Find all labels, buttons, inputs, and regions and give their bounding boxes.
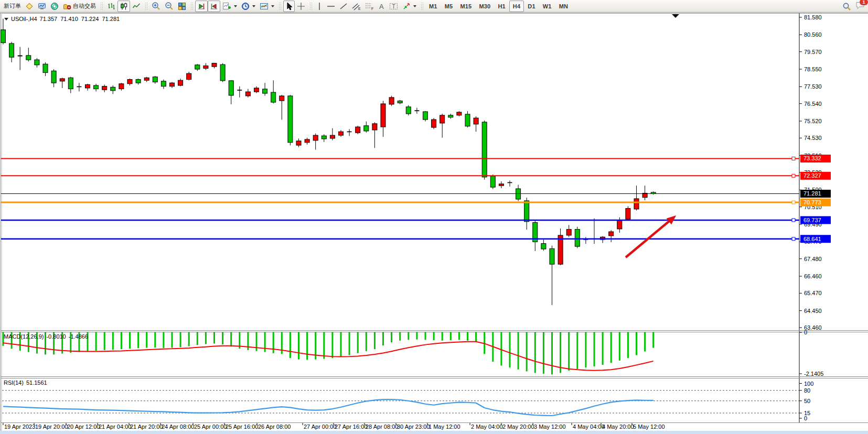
candle-body (305, 139, 309, 143)
cursor-tool-button[interactable] (283, 1, 295, 12)
timeframe-button-h1[interactable]: H1 (494, 1, 509, 12)
trendline-tool-button[interactable] (337, 1, 350, 12)
toolbar-separator (421, 2, 423, 10)
channel-tool-button[interactable]: E (350, 1, 363, 12)
time-tick-label[interactable]: 27 Apr 00:00 (304, 424, 336, 430)
zoom-in-button[interactable] (149, 1, 163, 12)
candle-body (448, 115, 453, 117)
auto-scroll-button[interactable] (195, 1, 208, 12)
text-label-icon: T (389, 2, 398, 10)
indicators-button[interactable] (220, 1, 239, 12)
time-tick-label[interactable]: 30 Apr 23:00 (397, 424, 430, 430)
time-tick-label[interactable]: 21 Apr 20:00 (130, 424, 163, 430)
line-chart-mode-button[interactable] (130, 1, 143, 12)
time-tick-label[interactable]: 2 May 20:00 (502, 424, 534, 430)
candlestick-mode-button[interactable] (117, 1, 130, 12)
notifications-button[interactable]: 1 (855, 1, 865, 12)
market-window-button[interactable] (36, 1, 48, 12)
vertical-line-tool-button[interactable] (314, 1, 325, 12)
open-value: 71.357 (40, 16, 58, 22)
new-order-button[interactable]: 新订单 (2, 1, 23, 12)
candle-body (516, 189, 521, 199)
candle-body (389, 97, 394, 104)
time-tick-label[interactable]: 27 Apr 16:00 (335, 424, 367, 430)
timeframe-button-w1[interactable]: W1 (539, 1, 555, 12)
time-tick-label[interactable]: 1 May 12:00 (428, 424, 460, 430)
autotrading-button[interactable]: 自动交易 (61, 1, 98, 12)
candle-body (423, 112, 428, 120)
candle-body (617, 220, 622, 229)
line-handle[interactable] (792, 174, 795, 177)
line-handle[interactable] (792, 237, 795, 241)
label-tool-button[interactable]: T (387, 1, 400, 12)
timeframe-button-h4[interactable]: H4 (509, 1, 524, 12)
time-tick-label[interactable]: 4 May 20:00 (602, 424, 634, 430)
time-tick-label[interactable]: 4 May 04:00 (573, 424, 605, 430)
candle-body (85, 84, 90, 88)
signals-button[interactable] (48, 1, 61, 12)
candle-body (465, 114, 470, 126)
toolbar-right-group: 1 (842, 1, 865, 12)
zoom-out-button[interactable] (163, 1, 176, 12)
text-tool-button[interactable]: A (376, 1, 387, 12)
time-tick-label[interactable]: 2 May 04:00 (471, 424, 503, 430)
doji-body (18, 56, 23, 57)
time-tick-label[interactable]: 20 Apr 12:00 (67, 424, 100, 430)
timeframe-button-mn[interactable]: MN (555, 1, 572, 12)
line-handle[interactable] (792, 201, 795, 204)
svg-text:E: E (358, 7, 361, 10)
tile-windows-button[interactable] (176, 1, 188, 12)
toolbar-separator (190, 2, 193, 10)
candle-body (187, 73, 191, 79)
candle-body (339, 132, 344, 135)
timeframe-button-m30[interactable]: M30 (475, 1, 494, 12)
candle-body (524, 201, 529, 222)
templates-button[interactable] (258, 1, 276, 12)
timeframe-button-m15[interactable]: M15 (456, 1, 475, 12)
time-tick-label[interactable]: 5 May 12:00 (633, 424, 665, 430)
candle-body (271, 92, 276, 102)
timeframe-button-d1[interactable]: D1 (524, 1, 539, 12)
timeframe-button-m1[interactable]: M1 (425, 1, 441, 12)
candle-body (68, 78, 73, 89)
arrows-tool-button[interactable] (400, 1, 419, 12)
line-chart-icon (132, 2, 141, 10)
candle-body (482, 122, 487, 177)
timeframe-button-m5[interactable]: M5 (441, 1, 457, 12)
candle-body (566, 229, 571, 235)
time-tick-label[interactable]: 26 Apr 08:00 (258, 424, 291, 430)
chart-canvas[interactable]: 81.58080.56079.57078.55077.53076.54075.5… (0, 0, 868, 434)
chart-shift-button[interactable] (208, 1, 220, 12)
time-tick-label[interactable]: 28 Apr 08:00 (366, 424, 398, 430)
doji-body (237, 90, 242, 91)
candle-body (35, 60, 39, 65)
crosshair-tool-button[interactable] (295, 1, 307, 12)
time-axis: 19 Apr 202319 Apr 20:0020 Apr 12:0021 Ap… (3, 423, 665, 430)
time-tick-label[interactable]: 21 Apr 04:00 (99, 424, 131, 430)
arrow-objects-icon (402, 2, 411, 10)
rsi-tick-label: 80 (804, 387, 810, 394)
bar-chart-mode-button[interactable] (105, 1, 117, 12)
time-tick-label[interactable]: 24 Apr 08:00 (162, 424, 194, 430)
line-handle[interactable] (792, 157, 795, 160)
time-tick-label[interactable]: 19 Apr 20:00 (35, 424, 68, 430)
time-tick-label[interactable]: 3 May 12:00 (534, 424, 566, 430)
candle-body (153, 77, 157, 82)
horizontal-line-tool-button[interactable] (325, 1, 337, 12)
notification-badge: 1 (860, 0, 868, 5)
search-icon[interactable] (842, 2, 851, 11)
timeframes-menu-button[interactable] (239, 1, 258, 12)
time-tick-label[interactable]: 25 Apr 16:00 (226, 424, 258, 430)
line-handle[interactable] (792, 219, 795, 222)
price-line-label-text: 68.641 (803, 236, 821, 242)
candle-body (322, 136, 326, 139)
fibonacci-tool-button[interactable]: F (363, 1, 376, 12)
arrow-object[interactable] (626, 215, 676, 257)
price-tick-label: 66.460 (804, 273, 822, 279)
symbol-dropdown-icon[interactable] (4, 18, 8, 20)
time-tick-label[interactable]: 19 Apr 2023 (4, 424, 35, 430)
candle-body (356, 127, 360, 133)
gem-icon-button[interactable] (23, 1, 36, 12)
indicators-plus-icon (222, 2, 231, 10)
time-tick-label[interactable]: 25 Apr 00:00 (194, 424, 227, 430)
